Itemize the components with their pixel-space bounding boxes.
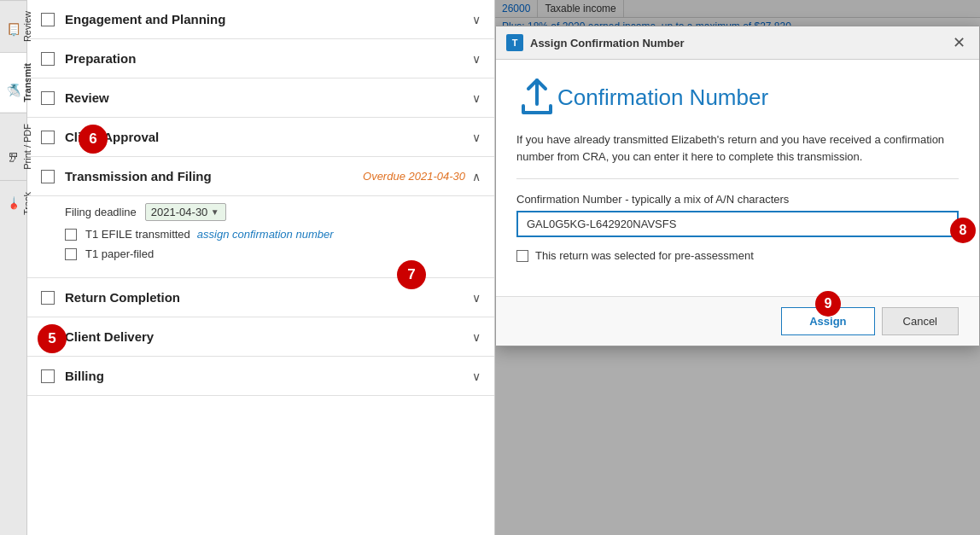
label-billing: Billing: [65, 369, 465, 383]
track-icon: 📍: [5, 195, 22, 212]
filing-deadline-label: Filing deadline: [65, 206, 137, 218]
label-engagement: Engagement and Planning: [65, 12, 465, 26]
label-client-delivery: Client Delivery: [65, 329, 465, 344]
transmission-subitems: Filing deadline 2021-04-30 ▼ T1 EFILE tr…: [27, 196, 494, 278]
badge-5: 5: [38, 324, 67, 353]
checkbox-t1-efile[interactable]: [65, 229, 77, 241]
assign-confirmation-modal: T Assign Confirmation Number ✕ Confirmat…: [495, 26, 980, 346]
expand-client-delivery: ∨: [472, 330, 481, 344]
pre-assessment-checkbox[interactable]: [516, 250, 528, 262]
checklist-item-transmission[interactable]: Transmission and Filing Overdue 2021-04-…: [27, 157, 494, 196]
modal-input-wrapper: 8: [516, 211, 959, 249]
filing-deadline-row: Filing deadline 2021-04-30 ▼: [65, 203, 481, 221]
left-panel: Engagement and Planning ∨ Preparation ∨ …: [27, 0, 495, 535]
expand-client-approval: ∨: [472, 131, 481, 144]
review-icon: 📋: [5, 21, 22, 38]
modal-header-row: Confirmation Number: [516, 77, 959, 118]
checklist-item-billing[interactable]: Billing ∨: [27, 357, 494, 396]
checkbox-preparation[interactable]: [41, 52, 55, 66]
expand-review: ∨: [472, 91, 481, 105]
checkbox-billing[interactable]: [41, 369, 55, 383]
transmit-icon: 📡: [5, 82, 22, 99]
checklist-item-review[interactable]: Review ∨: [27, 79, 494, 118]
pre-assessment-label: This return was selected for pre-assessm…: [535, 249, 754, 262]
print-icon: 🖨: [5, 149, 22, 166]
label-client-approval: Client Approval: [65, 130, 465, 144]
checklist-item-client-approval[interactable]: Client Approval 6 ∨: [27, 118, 494, 157]
sidebar-tab-print[interactable]: 🖨 Print / PDF: [0, 113, 26, 180]
label-t1-paper: T1 paper-filed: [85, 247, 154, 260]
expand-return-completion: ∨: [472, 291, 481, 305]
cancel-button[interactable]: Cancel: [882, 307, 959, 335]
label-preparation: Preparation: [65, 51, 465, 66]
badge-8: 8: [950, 218, 976, 243]
checklist-item-preparation[interactable]: Preparation ∨: [27, 39, 494, 79]
upload-icon: [516, 77, 557, 118]
label-t1-efile: T1 EFILE transmitted: [85, 228, 190, 241]
sidebar-tab-review[interactable]: 📋 Review: [0, 0, 26, 52]
checklist-item-engagement[interactable]: Engagement and Planning ∨: [27, 0, 494, 39]
pre-assessment-row: This return was selected for pre-assessm…: [516, 249, 959, 262]
checklist-item-client-delivery[interactable]: Client Delivery 5 ∨: [27, 317, 494, 357]
link-assign-confirmation[interactable]: assign confirmation number: [197, 228, 334, 241]
sidebar-tabs: 📋 Review 📡 Transmit 🖨 Print / PDF 📍 Trac…: [0, 0, 27, 535]
expand-engagement: ∨: [472, 13, 481, 26]
expand-transmission: ∧: [472, 170, 481, 183]
modal-title-bar: T Assign Confirmation Number ✕: [496, 26, 979, 60]
modal-body: Confirmation Number If you have already …: [496, 60, 979, 296]
modal-overlay: T Assign Confirmation Number ✕ Confirmat…: [495, 0, 980, 535]
expand-billing: ∨: [472, 369, 481, 383]
checklist-item-return-completion[interactable]: Return Completion ∨: [27, 278, 494, 317]
sidebar-tab-transmit[interactable]: 📡 Transmit: [0, 52, 26, 113]
checkbox-transmission[interactable]: [41, 170, 55, 183]
sub-item-t1-efile: T1 EFILE transmitted assign confirmation…: [65, 228, 481, 241]
modal-field-label: Confirmation Number - typically a mix of…: [516, 193, 959, 206]
checkbox-t1-paper[interactable]: [65, 248, 77, 260]
checkbox-return-completion[interactable]: [41, 291, 55, 305]
badge-6: 6: [79, 125, 108, 154]
label-review: Review: [65, 90, 465, 105]
sub-item-t1-paper: T1 paper-filed: [65, 247, 481, 260]
right-panel: 26000 Taxable income Plus: 18% of 2020 e…: [495, 0, 980, 535]
expand-preparation: ∨: [472, 52, 481, 66]
sidebar-tab-track[interactable]: 📍 Track: [0, 180, 26, 225]
checkbox-review[interactable]: [41, 91, 55, 105]
modal-title-icon: T: [506, 34, 523, 51]
badge-9: 9: [815, 291, 841, 317]
assign-button[interactable]: 9 Assign: [781, 307, 874, 335]
modal-heading: Confirmation Number: [557, 84, 768, 111]
filing-deadline-select[interactable]: 2021-04-30: [145, 203, 226, 221]
label-return-completion: Return Completion: [65, 290, 465, 305]
modal-close-button[interactable]: ✕: [949, 33, 969, 52]
checkbox-engagement[interactable]: [41, 13, 55, 26]
modal-footer: 9 Assign Cancel: [496, 296, 979, 346]
label-transmission: Transmission and Filing: [65, 169, 356, 183]
checkbox-client-approval[interactable]: [41, 131, 55, 144]
confirmation-number-input[interactable]: [516, 211, 959, 237]
modal-title-text: Assign Confirmation Number: [530, 37, 949, 49]
badge-7: 7: [397, 260, 426, 289]
overdue-transmission: Overdue 2021-04-30: [363, 170, 465, 183]
modal-description: If you have already transmitted Elizabet…: [516, 131, 959, 179]
